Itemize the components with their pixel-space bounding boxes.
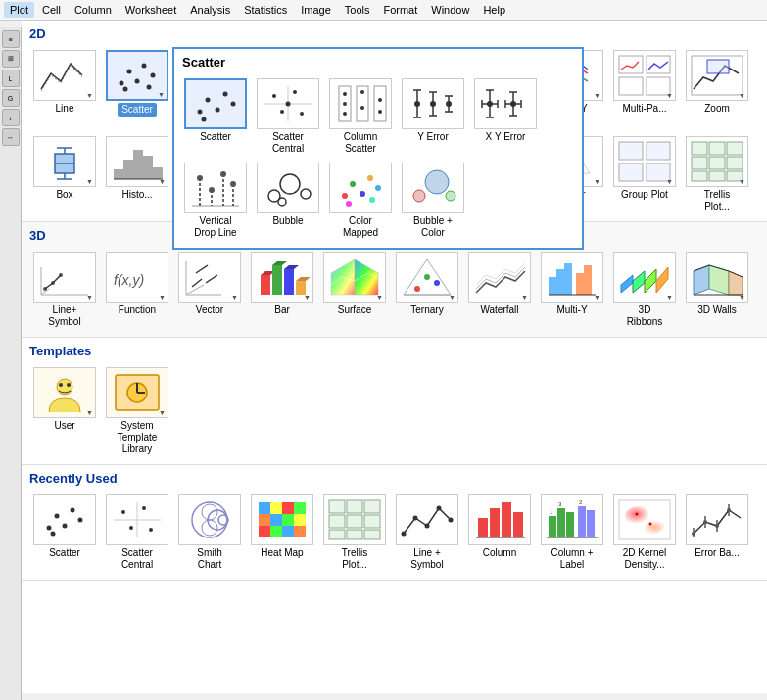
popup-vert-drop-label: VerticalDrop Line <box>194 215 236 239</box>
menu-analysis[interactable]: Analysis <box>184 2 236 18</box>
popup-xy-error[interactable]: X Y Error <box>470 75 541 158</box>
popup-bubble[interactable]: Bubble <box>253 160 323 242</box>
svg-rect-223 <box>282 502 294 514</box>
menu-plot[interactable]: Plot <box>4 2 34 18</box>
chart-item-histo[interactable]: Histo... <box>102 133 172 204</box>
svg-point-77 <box>425 170 449 194</box>
chart-item-ternary3d[interactable]: Ternary <box>392 249 462 319</box>
chart-item-user[interactable]: User <box>29 364 100 435</box>
recent-heatmap[interactable]: Heat Map <box>247 491 317 562</box>
toolbar-btn-2[interactable]: ⊞ <box>2 50 20 68</box>
popup-bubble-color[interactable]: Bubble +Color <box>398 160 468 242</box>
svg-rect-250 <box>513 512 523 537</box>
chart-item-vector3d[interactable]: Vector <box>174 249 245 319</box>
svg-rect-98 <box>707 60 729 73</box>
recent-linesymbol-label: Line +Symbol <box>410 547 443 571</box>
chart-item-line[interactable]: Line <box>29 47 100 117</box>
svg-rect-148 <box>727 142 743 155</box>
scatter-popup-grid: Scatter <box>180 75 576 242</box>
bar3d-label: Bar <box>274 304 290 316</box>
menu-format[interactable]: Format <box>377 2 423 18</box>
recent-scatter-central[interactable]: ScatterCentral <box>102 491 172 574</box>
svg-point-78 <box>446 191 455 201</box>
recent-linesymbol-icon <box>396 494 458 545</box>
popup-scatter-central[interactable]: ScatterCentral <box>253 75 323 158</box>
svg-line-167 <box>196 265 208 273</box>
svg-rect-144 <box>619 163 643 181</box>
chart-item-box[interactable]: Box <box>29 133 100 204</box>
popup-col-scatter[interactable]: ColumnScatter <box>325 75 396 158</box>
recent-linesymbol[interactable]: Line +Symbol <box>392 491 462 574</box>
chart-item-ribbons3d[interactable]: 3DRibbons <box>609 249 680 331</box>
popup-color-mapped[interactable]: ColorMapped <box>325 160 396 242</box>
groupplot-icon <box>613 136 676 187</box>
toolbar-btn-3[interactable]: L <box>2 70 20 87</box>
popup-y-error[interactable]: Y Error <box>398 75 468 158</box>
svg-point-242 <box>402 532 407 537</box>
system-icon <box>106 367 168 418</box>
recent-errorbar[interactable]: Error Ba... <box>682 491 752 562</box>
popup-color-mapped-label: ColorMapped <box>343 215 378 239</box>
recent-kernel[interactable]: 2D KernelDensity... <box>609 491 680 574</box>
svg-rect-231 <box>282 526 294 537</box>
toolbar-btn-6[interactable]: ↔ <box>2 128 20 146</box>
svg-point-10 <box>223 92 228 97</box>
menu-tools[interactable]: Tools <box>339 2 376 18</box>
popup-vert-drop[interactable]: VerticalDrop Line <box>180 160 251 242</box>
svg-point-182 <box>434 280 440 286</box>
menu-column[interactable]: Column <box>69 2 118 18</box>
menu-window[interactable]: Window <box>425 2 475 18</box>
chart-item-groupplot[interactable]: Group Plot <box>609 133 680 204</box>
user-icon <box>33 367 96 418</box>
chart-item-system[interactable]: SystemTemplateLibrary <box>102 364 172 458</box>
svg-rect-187 <box>584 265 592 295</box>
chart-item-surface[interactable]: Surface <box>319 249 390 319</box>
recent-scatter-icon <box>33 494 96 545</box>
recent-smithchart[interactable]: SmithChart <box>174 491 245 574</box>
svg-rect-150 <box>709 157 725 169</box>
svg-rect-248 <box>490 508 500 537</box>
svg-text:f(x,y): f(x,y) <box>114 272 144 288</box>
svg-marker-177 <box>331 259 355 295</box>
toolbar-btn-4[interactable]: G <box>2 89 20 107</box>
chart-item-waterfall[interactable]: Waterfall <box>464 249 535 319</box>
system-label: SystemTemplateLibrary <box>118 420 158 455</box>
menu-image[interactable]: Image <box>295 2 337 18</box>
svg-point-5 <box>123 87 128 92</box>
menu-statistics[interactable]: Statistics <box>238 2 293 18</box>
popup-scatter[interactable]: Scatter <box>180 75 251 158</box>
svg-rect-95 <box>619 77 643 95</box>
chart-item-trellis[interactable]: TrellisPlot... <box>682 133 752 215</box>
svg-point-71 <box>360 191 365 197</box>
recent-trellis[interactable]: TrellisPlot... <box>319 491 390 574</box>
recent-smithchart-icon <box>178 494 241 545</box>
chart-item-bar3d[interactable]: Bar <box>247 249 317 319</box>
recent-column-label[interactable]: 1 3 2 Column +Label <box>537 491 607 574</box>
toolbar-btn-5[interactable]: ↕ <box>2 109 20 126</box>
svg-rect-183 <box>549 277 556 295</box>
svg-point-205 <box>55 514 60 519</box>
chart-item-function3d[interactable]: f(x,y) Function <box>102 249 172 319</box>
menu-worksheet[interactable]: Worksheet <box>120 2 182 18</box>
svg-rect-168 <box>261 275 270 295</box>
recent-column[interactable]: Column <box>464 491 535 562</box>
chart-item-walls3d[interactable]: 3D Walls <box>682 249 752 319</box>
chart-item-scatter[interactable]: Scatter Scatter <box>102 47 172 119</box>
svg-point-1 <box>127 70 132 74</box>
svg-point-180 <box>424 274 430 280</box>
menu-cell[interactable]: Cell <box>36 2 67 18</box>
chart-item-multipa[interactable]: Multi-Pa... <box>609 47 680 117</box>
recent-errorbar-icon <box>686 494 748 545</box>
svg-rect-170 <box>272 265 282 295</box>
svg-point-206 <box>63 524 68 529</box>
chart-item-linesymbol3d[interactable]: Line+Symbol <box>29 249 100 331</box>
popup-bubble-color-icon <box>402 163 464 213</box>
svg-rect-222 <box>270 502 282 514</box>
menu-help[interactable]: Help <box>477 2 511 18</box>
svg-rect-235 <box>364 500 380 513</box>
chart-item-multiy3d[interactable]: Multi-Y <box>537 249 607 319</box>
svg-rect-227 <box>282 514 294 526</box>
recent-scatter[interactable]: Scatter <box>29 491 100 562</box>
chart-item-zoom[interactable]: Zoom <box>682 47 752 117</box>
toolbar-btn-1[interactable]: ≡ <box>2 30 20 48</box>
